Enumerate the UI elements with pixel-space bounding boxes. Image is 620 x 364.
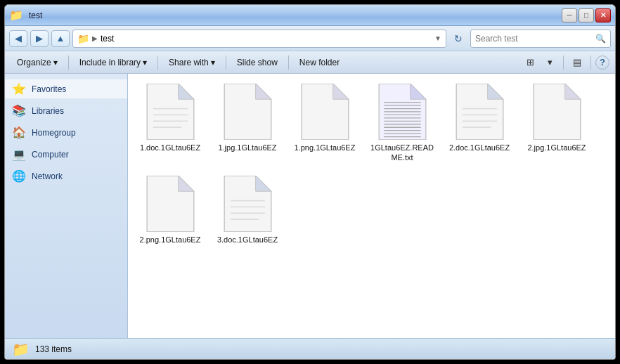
view-icons-button[interactable]: ⊞ (521, 54, 539, 71)
computer-icon: 💻 (12, 148, 26, 161)
file-area[interactable]: 1.doc.1GLtau6EZ 1.jpg.1GLtau6EZ 1.png.1G… (128, 74, 615, 338)
computer-section: 💻 Computer (5, 145, 127, 164)
search-input[interactable] (475, 34, 593, 44)
refresh-button[interactable]: ↻ (449, 30, 467, 48)
svg-marker-9 (332, 84, 348, 99)
title-buttons: ─ □ ✕ (562, 8, 611, 22)
file-name: 1.doc.1GLtau6EZ (140, 143, 200, 152)
toolbar-separator-5 (563, 56, 564, 70)
search-box[interactable]: 🔍 (470, 30, 611, 48)
view-dropdown-button[interactable]: ▾ (541, 54, 559, 71)
share-with-label: Share with (169, 58, 209, 67)
file-name: 2.png.1GLtau6EZ (140, 235, 201, 245)
breadcrumb-separator: ▶ (92, 34, 98, 42)
window-title: test (29, 11, 42, 20)
list-item[interactable]: 1.doc.1GLtau6EZ (135, 81, 205, 166)
list-item[interactable]: 1.jpg.1GLtau6EZ (212, 81, 283, 166)
file-icon (453, 84, 506, 140)
sidebar-item-network[interactable]: 🌐 Network (5, 167, 127, 186)
svg-marker-33 (178, 176, 193, 191)
toolbar: Organize ▾ Include in library ▾ Share wi… (5, 51, 615, 74)
title-bar-left: 📁 test (9, 8, 42, 22)
file-icon (531, 84, 583, 140)
list-item[interactable]: 2.jpg.1GLtau6EZ (522, 81, 592, 166)
sidebar-item-computer[interactable]: 💻 Computer (5, 145, 127, 164)
help-button[interactable]: ? (595, 56, 609, 70)
sidebar: ⭐ Favorites 📚 Libraries 🏠 Homegroup 💻 (5, 74, 128, 338)
sidebar-item-libraries[interactable]: 📚 Libraries (5, 101, 127, 120)
details-pane-button[interactable]: ▤ (568, 54, 586, 71)
file-name: 1.jpg.1GLtau6EZ (218, 143, 276, 152)
file-icon (221, 176, 274, 232)
main-area: ⭐ Favorites 📚 Libraries 🏠 Homegroup 💻 (5, 74, 615, 338)
file-name: 2.jpg.1GLtau6EZ (527, 143, 586, 152)
libraries-icon: 📚 (12, 104, 26, 117)
file-name: 3.doc.1GLtau6EZ (217, 235, 278, 245)
svg-marker-25 (487, 84, 503, 99)
include-library-arrow: ▾ (143, 58, 147, 67)
breadcrumb-dropdown-arrow[interactable]: ▼ (434, 34, 441, 42)
title-bar: 📁 test ─ □ ✕ (5, 5, 615, 26)
libraries-section: 📚 Libraries (5, 101, 127, 120)
organize-arrow: ▾ (53, 58, 58, 67)
maximize-button[interactable]: □ (579, 8, 594, 22)
status-folder-icon: 📁 (12, 341, 30, 358)
list-item[interactable]: 1GLtau6EZ.README.txt (367, 81, 437, 166)
folder-icon-title: 📁 (9, 8, 23, 22)
list-item[interactable]: 2.doc.1GLtau6EZ (444, 81, 515, 166)
minimize-button[interactable]: ─ (562, 8, 577, 22)
favorites-icon: ⭐ (12, 82, 26, 96)
network-section: 🌐 Network (5, 167, 127, 186)
list-item[interactable]: 2.png.1GLtau6EZ (135, 173, 205, 247)
list-item[interactable]: 3.doc.1GLtau6EZ (212, 173, 283, 247)
organize-label: Organize (17, 58, 51, 67)
status-bar: 📁 133 items (5, 338, 615, 359)
file-icon (299, 84, 351, 140)
search-icon[interactable]: 🔍 (595, 34, 606, 44)
organize-button[interactable]: Organize ▾ (11, 54, 64, 71)
network-icon: 🌐 (12, 169, 26, 183)
new-folder-button[interactable]: New folder (293, 54, 346, 71)
file-grid: 1.doc.1GLtau6EZ 1.jpg.1GLtau6EZ 1.png.1G… (135, 81, 608, 247)
svg-marker-7 (255, 84, 271, 99)
favorites-section: ⭐ Favorites (5, 79, 127, 98)
file-name: 2.doc.1GLtau6EZ (449, 143, 510, 152)
status-item-count: 133 items (35, 344, 72, 354)
slide-show-label: Slide show (237, 58, 278, 67)
svg-marker-31 (564, 84, 580, 99)
breadcrumb-folder-icon: 📁 (77, 33, 89, 44)
toolbar-separator-3 (226, 56, 226, 70)
window: 📁 test ─ □ ✕ ◀ ▶ ▲ 📁 ▶ test ▼ ↻ 🔍 Organi… (4, 4, 616, 360)
computer-label: Computer (32, 150, 69, 160)
address-bar: ◀ ▶ ▲ 📁 ▶ test ▼ ↻ 🔍 (5, 26, 615, 51)
file-name: 1GLtau6EZ.README.txt (370, 143, 434, 163)
network-label: Network (32, 171, 63, 181)
forward-button[interactable]: ▶ (30, 30, 49, 47)
new-folder-label: New folder (299, 58, 340, 67)
include-library-button[interactable]: Include in library ▾ (73, 54, 153, 71)
share-with-button[interactable]: Share with ▾ (162, 54, 221, 71)
sidebar-item-homegroup[interactable]: 🏠 Homegroup (5, 123, 127, 142)
breadcrumb-bar[interactable]: 📁 ▶ test ▼ (72, 30, 446, 48)
homegroup-label: Homegroup (32, 128, 76, 138)
toolbar-separator-6 (590, 56, 591, 70)
toolbar-right: ⊞ ▾ ▤ ? (521, 54, 609, 71)
file-icon (144, 84, 197, 140)
svg-marker-1 (178, 84, 193, 99)
file-name: 1.png.1GLtau6EZ (295, 143, 356, 152)
list-item[interactable]: 1.png.1GLtau6EZ (290, 81, 360, 166)
favorites-label: Favorites (32, 84, 66, 94)
close-button[interactable]: ✕ (595, 8, 611, 22)
file-icon (221, 84, 274, 140)
svg-marker-35 (255, 176, 271, 191)
toolbar-separator-2 (157, 56, 158, 70)
homegroup-section: 🏠 Homegroup (5, 123, 127, 142)
file-icon (376, 84, 429, 140)
include-library-label: Include in library (79, 58, 141, 67)
back-button[interactable]: ◀ (9, 30, 27, 47)
up-button[interactable]: ▲ (51, 30, 70, 47)
homegroup-icon: 🏠 (12, 126, 26, 139)
svg-marker-11 (410, 84, 425, 99)
slide-show-button[interactable]: Slide show (231, 54, 284, 71)
sidebar-item-favorites[interactable]: ⭐ Favorites (5, 79, 127, 98)
